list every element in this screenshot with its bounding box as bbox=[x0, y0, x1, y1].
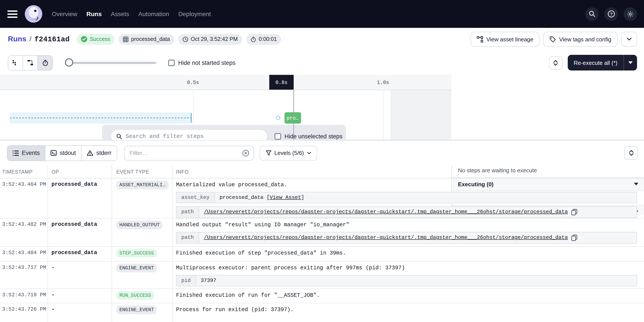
metadata-key: asset_key bbox=[176, 192, 215, 203]
log-info: Materialized value processed_data.asset_… bbox=[172, 178, 644, 218]
zoom-slider-handle[interactable] bbox=[65, 58, 73, 67]
gantt-view-toggle bbox=[8, 55, 53, 70]
hide-not-started-checkbox-row[interactable]: Hide not started steps bbox=[168, 59, 236, 66]
log-expand-button[interactable] bbox=[624, 146, 638, 160]
col-info: INFO bbox=[172, 169, 189, 174]
run-badges: Success processed_data Oct 29, 3:52:42 P… bbox=[77, 34, 281, 45]
zoom-slider[interactable] bbox=[65, 58, 156, 67]
nav-item-runs[interactable]: Runs bbox=[86, 10, 102, 17]
dagster-run-page: OverviewRunsAssetsAutomationDeployment ?… bbox=[0, 0, 644, 322]
log-filter-placeholder: Filter… bbox=[130, 150, 242, 156]
view-tags-config-button[interactable]: View tags and config bbox=[544, 32, 618, 47]
hide-unselected-label: Hide unselected steps bbox=[284, 133, 342, 140]
asset-grid-icon bbox=[123, 36, 128, 42]
event-type-pill: ENGINE_EVENT bbox=[116, 306, 157, 314]
event-type-pill: RUN_SUCCESS bbox=[116, 291, 154, 300]
chevron-up-icon bbox=[553, 60, 558, 62]
log-info: Finished execution of step "processed_da… bbox=[172, 247, 644, 257]
hide-not-started-label: Hide not started steps bbox=[178, 59, 236, 66]
breadcrumb-runs-link[interactable]: Runs bbox=[8, 35, 26, 43]
nav-item-overview[interactable]: Overview bbox=[52, 10, 77, 17]
graph-view-button[interactable] bbox=[23, 55, 38, 70]
nav-right: ? bbox=[585, 7, 637, 21]
log-timestamp: 3:52:43.482 PM bbox=[0, 218, 48, 228]
log-timestamp: 3:52:43.717 PM bbox=[0, 262, 48, 271]
reexecute-all-label: Re-execute all (*) bbox=[568, 55, 624, 70]
log-timestamp: 3:52:43.719 PM bbox=[0, 289, 48, 298]
path-link[interactable]: /Users/neverett/projects/repos/dagster-p… bbox=[204, 209, 568, 215]
clear-filter-icon[interactable] bbox=[242, 150, 249, 157]
copy-icon[interactable] bbox=[571, 235, 577, 241]
path-link[interactable]: /Users/neverett/projects/repos/dagster-p… bbox=[204, 235, 568, 241]
start-time-badge: Oct 29, 3:52:42 PM bbox=[178, 34, 242, 45]
stopwatch-icon bbox=[250, 36, 256, 42]
top-navbar: OverviewRunsAssetsAutomationDeployment ? bbox=[0, 0, 644, 28]
dagster-logo-icon[interactable] bbox=[25, 5, 42, 23]
copy-icon[interactable] bbox=[571, 209, 577, 215]
search-icon[interactable] bbox=[585, 7, 599, 21]
gantt-axis: 0.5s 1.0s 0.8s bbox=[0, 75, 452, 90]
menu-icon[interactable] bbox=[8, 10, 18, 18]
hide-not-started-checkbox[interactable] bbox=[168, 59, 175, 66]
timed-view-button[interactable] bbox=[38, 55, 52, 70]
log-filter-input[interactable]: Filter… bbox=[124, 146, 254, 160]
log-row: 3:52:43.484 PMprocessed_dataSTEP_SUCCESS… bbox=[0, 247, 644, 262]
tag-icon bbox=[550, 36, 556, 42]
tab-stderr[interactable]: stderr bbox=[82, 146, 116, 160]
chevron-down-icon bbox=[307, 152, 311, 154]
metadata-table: pid37397 bbox=[176, 275, 637, 286]
flat-view-button[interactable] bbox=[8, 55, 23, 70]
run-more-actions-button[interactable] bbox=[621, 32, 637, 47]
chevron-down-icon bbox=[626, 37, 632, 41]
search-icon bbox=[116, 133, 122, 139]
asset-badge[interactable]: processed_data bbox=[118, 34, 174, 45]
step-bar-label: pro… bbox=[284, 115, 299, 121]
log-table-header: TIMESTAMP OP EVENT TYPE INFO bbox=[0, 165, 644, 178]
log-table-body: 3:52:43.464 PMprocessed_dataASSET_MATERI… bbox=[0, 178, 644, 322]
view-asset-lineage-button[interactable]: View asset lineage bbox=[470, 32, 540, 47]
log-row: 3:52:43.464 PMprocessed_dataASSET_MATERI… bbox=[0, 178, 644, 218]
breadcrumb-separator: / bbox=[30, 35, 31, 43]
chevron-down-icon bbox=[553, 63, 558, 65]
events-list-icon bbox=[13, 150, 19, 156]
step-search-placeholder: Search and filter steps bbox=[126, 133, 204, 140]
tab-events[interactable]: Events bbox=[8, 146, 46, 160]
step-search-input[interactable]: Search and filter steps bbox=[111, 129, 268, 140]
event-type-pill: HANDLED_OUTPUT bbox=[116, 221, 163, 229]
log-row: 3:52:43.482 PMprocessed_dataHANDLED_OUTP… bbox=[0, 218, 644, 247]
warning-triangle-icon bbox=[87, 150, 93, 156]
caret-down-icon bbox=[628, 61, 633, 64]
axis-tick-0-5s: 0.5s bbox=[187, 75, 199, 90]
metadata-value: processed_data [View Asset] bbox=[215, 192, 636, 203]
gantt-expand-button[interactable] bbox=[549, 56, 562, 69]
log-op: processed_data bbox=[48, 178, 112, 187]
zoom-slider-track[interactable] bbox=[65, 62, 156, 64]
reexecute-dropdown-button[interactable] bbox=[624, 55, 637, 70]
tab-stdout[interactable]: stdout bbox=[46, 146, 82, 160]
view-asset-link[interactable]: View Asset bbox=[270, 194, 301, 201]
chevron-up-icon bbox=[629, 150, 633, 153]
event-type-pill: ASSET_MATERIALI… bbox=[116, 180, 168, 189]
dependency-end-tick bbox=[191, 113, 192, 123]
gantt-chart: 0.5s 1.0s 0.8s pro… Search and filter st… bbox=[0, 75, 644, 140]
col-event-type: EVENT TYPE bbox=[112, 169, 172, 174]
hide-unselected-checkbox[interactable] bbox=[274, 133, 281, 140]
nav-item-automation[interactable]: Automation bbox=[138, 10, 169, 17]
log-op: - bbox=[48, 262, 112, 271]
lineage-icon bbox=[477, 36, 483, 42]
log-op: - bbox=[48, 289, 112, 298]
metadata-value: 37397 bbox=[196, 275, 636, 286]
step-start-marker bbox=[276, 116, 280, 120]
nav-item-deployment[interactable]: Deployment bbox=[178, 10, 211, 17]
nav-item-assets[interactable]: Assets bbox=[111, 10, 129, 17]
hide-unselected-checkbox-row[interactable]: Hide unselected steps bbox=[274, 133, 342, 140]
levels-filter-button[interactable]: Levels (5/6) bbox=[260, 146, 317, 160]
reexecute-all-button[interactable]: Re-execute all (*) bbox=[568, 55, 637, 70]
gantt-beyond-run-region bbox=[391, 90, 452, 140]
metadata-value: /Users/neverett/projects/repos/dagster-p… bbox=[199, 232, 636, 243]
settings-gear-icon[interactable] bbox=[624, 7, 637, 21]
help-icon[interactable]: ? bbox=[604, 7, 618, 21]
waterfall-icon bbox=[27, 60, 34, 66]
event-type-pill: STEP_SUCCESS bbox=[116, 249, 157, 258]
step-bar-processed-data[interactable]: pro… bbox=[284, 112, 301, 124]
